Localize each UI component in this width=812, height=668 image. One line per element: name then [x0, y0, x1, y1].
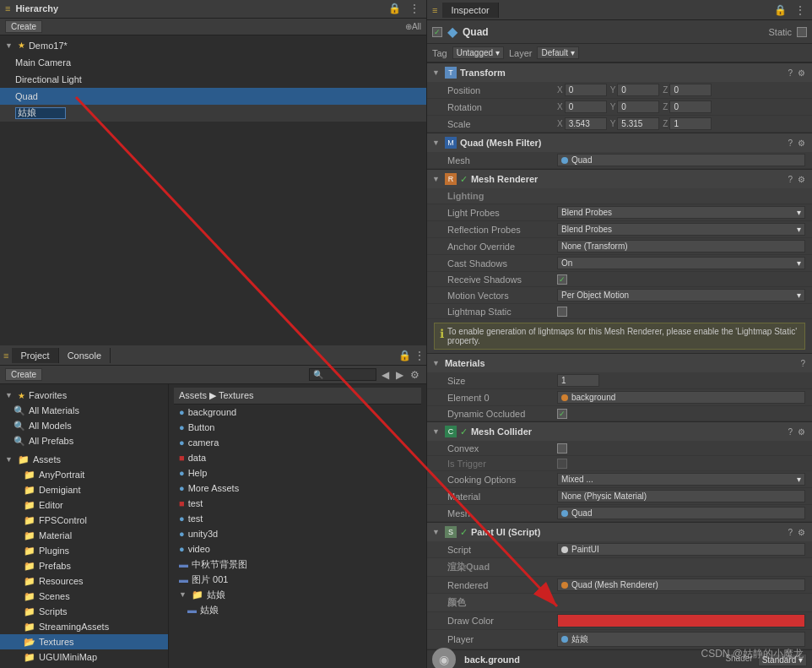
hierarchy-create-btn[interactable]: Create — [5, 20, 42, 33]
asset-material[interactable]: 📁 Material — [0, 528, 168, 543]
cmat-value[interactable]: None (Physic Material) — [557, 490, 805, 502]
scale-z-input[interactable] — [669, 117, 712, 130]
rot-x-input[interactable] — [565, 100, 607, 113]
go-active-checkbox[interactable] — [432, 27, 442, 37]
pos-x-input[interactable] — [565, 84, 607, 96]
project-pin-icon[interactable]: 🔒 — [397, 350, 413, 361]
pu-help-icon[interactable]: ? — [786, 528, 794, 537]
hierarchy-item-renaming[interactable] — [0, 105, 426, 122]
file-background[interactable]: ● background — [174, 405, 421, 420]
asset-textures[interactable]: 📂 Textures — [0, 634, 168, 649]
fav-all-prefabs[interactable]: 🔍 All Prefabs — [0, 433, 168, 448]
asset-fpscontrol[interactable]: 📁 FPSControl — [0, 513, 168, 528]
asset-plugins[interactable]: 📁 Plugins — [0, 543, 168, 558]
file-camera[interactable]: ● camera — [174, 435, 421, 450]
mesh-renderer-header[interactable]: ▼ R ✓ Mesh Renderer ? ⚙ — [427, 170, 812, 188]
pu-settings-icon[interactable]: ⚙ — [796, 528, 807, 537]
asset-demigiant[interactable]: 📁 Demigiant — [0, 482, 168, 497]
materials-header[interactable]: ▼ Materials ? — [427, 354, 812, 372]
layer-dropdown[interactable]: Default ▾ — [537, 46, 578, 59]
file-more[interactable]: ● More Assets — [174, 481, 421, 496]
asset-anyportrait[interactable]: 📁 AnyPortrait — [0, 467, 168, 482]
file-button[interactable]: ● Button — [174, 420, 421, 435]
mesh-collider-header[interactable]: ▼ C ✓ Mesh Collider ? ⚙ — [427, 422, 812, 441]
asset-ugui[interactable]: 📁 UGUIMiniMap — [0, 649, 168, 665]
tab-inspector[interactable]: Inspector — [442, 3, 498, 18]
transform-header[interactable]: ▼ T Transform ? ⚙ — [427, 63, 812, 82]
asset-streaming[interactable]: 📁 StreamingAssets — [0, 619, 168, 634]
tag-dropdown[interactable]: Untagged ▾ — [452, 46, 504, 59]
file-video[interactable]: ● video — [174, 541, 421, 557]
asset-editor[interactable]: 📁 Editor — [0, 497, 168, 513]
rename-input[interactable] — [15, 107, 66, 119]
ls-checkbox[interactable] — [557, 307, 567, 317]
file-test1[interactable]: ■ test — [174, 496, 421, 511]
file-help[interactable]: ● Help — [174, 465, 421, 481]
paint-ui-header[interactable]: ▼ S ✓ Paint UI (Script) ? ⚙ — [427, 523, 812, 541]
mesh-value-field[interactable]: Quad — [557, 154, 805, 166]
mat-help-icon[interactable]: ? — [798, 359, 807, 368]
file-data[interactable]: ■ data — [174, 450, 421, 465]
hierarchy-item-dirlight[interactable]: Directional Light — [0, 71, 426, 88]
tab-console[interactable]: Console — [59, 348, 111, 363]
do-checkbox[interactable] — [557, 409, 567, 419]
player-value[interactable]: 姑娘 — [557, 632, 805, 647]
bg-header[interactable]: ◉ back.ground Shader Standard ▾ — [427, 650, 812, 668]
file-guniang-folder[interactable]: ▼ 📁 姑娘 — [174, 587, 421, 602]
mf-settings-icon[interactable]: ⚙ — [796, 138, 807, 148]
mc-settings-icon[interactable]: ⚙ — [796, 427, 807, 437]
co-dropdown[interactable]: Mixed ... ▾ — [557, 473, 805, 486]
color-swatch[interactable] — [557, 614, 805, 627]
mat-size-input[interactable] — [557, 374, 599, 387]
transform-settings-icon[interactable]: ⚙ — [796, 68, 807, 78]
pos-z-input[interactable] — [669, 84, 712, 96]
static-checkbox[interactable] — [797, 27, 807, 37]
ao-value[interactable]: None (Transform) — [557, 240, 805, 253]
fav-all-models[interactable]: 🔍 All Models — [0, 418, 168, 433]
project-icon1[interactable]: ◀ — [380, 369, 391, 381]
asset-scripts[interactable]: 📁 Scripts — [0, 604, 168, 619]
hierarchy-item-demo17[interactable]: ▼ ★ Demo17* — [0, 37, 426, 54]
rot-y-input[interactable] — [617, 100, 659, 113]
transform-help-icon[interactable]: ? — [786, 68, 794, 78]
inspector-menu-icon[interactable]: ⋮ — [793, 4, 807, 16]
project-menu-icon[interactable]: ⋮ — [413, 350, 426, 361]
mr-settings-icon[interactable]: ⚙ — [796, 175, 807, 184]
asset-resources[interactable]: 📁 Resources — [0, 573, 168, 589]
it-checkbox[interactable] — [557, 459, 567, 469]
mesh-filter-header[interactable]: ▼ M Quad (Mesh Filter) ? ⚙ — [427, 133, 812, 152]
asset-prefabs[interactable]: 📁 Prefabs — [0, 558, 168, 573]
project-icon2[interactable]: ▶ — [394, 369, 405, 381]
inspector-lock-icon[interactable]: 🔒 — [772, 4, 788, 16]
hierarchy-item-maincamera[interactable]: Main Camera — [0, 54, 426, 71]
scale-x-input[interactable] — [565, 117, 607, 130]
rp-dropdown[interactable]: Blend Probes ▾ — [557, 223, 805, 236]
hierarchy-item-quad[interactable]: Quad — [0, 88, 426, 105]
project-icon3[interactable]: ⚙ — [409, 369, 421, 381]
mf-help-icon[interactable]: ? — [786, 138, 794, 148]
scale-y-input[interactable] — [617, 117, 659, 130]
convex-checkbox[interactable] — [557, 443, 567, 453]
mc-help-icon[interactable]: ? — [786, 427, 794, 437]
mat-elem0-value[interactable]: background — [557, 391, 805, 404]
project-search-input[interactable] — [309, 368, 376, 381]
lp-dropdown[interactable]: Blend Probes ▾ — [557, 206, 805, 219]
file-unity3d[interactable]: ● unity3d — [174, 526, 421, 541]
pos-y-input[interactable] — [617, 84, 659, 96]
rs-checkbox[interactable] — [557, 274, 567, 285]
assets-header[interactable]: ▼ 📁 Assets — [0, 452, 168, 467]
hierarchy-pin-icon[interactable]: 🔒 — [387, 3, 403, 14]
hierarchy-menu-icon[interactable]: ⋮ — [408, 3, 421, 14]
rot-z-input[interactable] — [669, 100, 712, 113]
tab-project[interactable]: Project — [12, 348, 58, 363]
script-value[interactable]: PaintUI — [557, 543, 805, 556]
cmesh-value[interactable]: Quad — [557, 507, 805, 519]
fav-all-materials[interactable]: 🔍 All Materials — [0, 403, 168, 418]
hierarchy-all-btn[interactable]: ⊕All — [405, 22, 421, 31]
favorites-header[interactable]: ▼ ★ Favorites — [0, 388, 168, 403]
file-guniang-file[interactable]: ▬ 姑娘 — [174, 602, 421, 617]
shader-dropdown[interactable]: Standard ▾ — [758, 654, 807, 666]
project-create-btn[interactable]: Create — [5, 368, 42, 381]
cs-dropdown[interactable]: On ▾ — [557, 257, 805, 269]
file-photo001[interactable]: ▬ 图片 001 — [174, 572, 421, 587]
